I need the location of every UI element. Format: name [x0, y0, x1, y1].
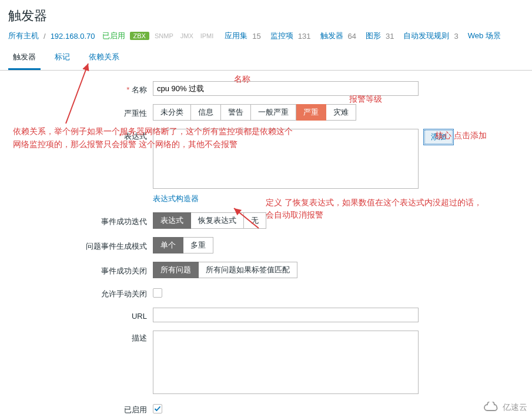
badge-snmp: SNMP — [153, 32, 175, 40]
tab-dependencies[interactable]: 依赖关系 — [84, 46, 124, 70]
ok-close-tagmatch[interactable]: 所有问题如果标签值匹配 — [199, 262, 297, 278]
host-link[interactable]: 192.168.0.70 — [51, 32, 95, 41]
severity-unclassified[interactable]: 未分类 — [153, 104, 191, 121]
tab-bar: 触发器 标记 依赖关系 — [0, 46, 532, 71]
desc-label: 描述 — [8, 331, 153, 343]
nav-triggers-count: 64 — [348, 32, 356, 41]
description-textarea[interactable] — [153, 331, 419, 394]
cloud-icon — [483, 402, 500, 413]
expression-builder-link[interactable]: 表达式构造器 — [153, 194, 199, 204]
manual-close-label: 允许手动关闭 — [8, 286, 153, 299]
nav-web[interactable]: Web 场景 — [468, 31, 501, 41]
gen-mode-group: 单个 多重 — [153, 237, 213, 253]
manual-close-checkbox[interactable] — [153, 288, 162, 298]
watermark-text: 亿速云 — [503, 402, 527, 413]
expression-label: 表达式 — [8, 129, 153, 142]
add-button[interactable]: 添加 — [423, 129, 454, 145]
tab-trigger[interactable]: 触发器 — [8, 46, 41, 70]
ok-close-all[interactable]: 所有问题 — [153, 262, 199, 278]
gen-mode-single[interactable]: 单个 — [153, 237, 183, 253]
nav-triggers[interactable]: 触发器 — [320, 31, 343, 41]
ok-iteration-group: 表达式 恢复表达式 无 — [153, 212, 266, 229]
severity-disaster[interactable]: 灾难 — [326, 104, 356, 121]
severity-average[interactable]: 一般严重 — [251, 104, 296, 121]
severity-info[interactable]: 信息 — [191, 104, 221, 121]
ok-close-label: 事件成功关闭 — [8, 263, 153, 276]
severity-high[interactable]: 严重 — [296, 104, 326, 121]
url-input[interactable] — [153, 308, 419, 322]
enabled-label: 已启用 — [8, 402, 153, 415]
check-icon — [154, 405, 161, 412]
ok-iteration-label: 事件成功迭代 — [8, 214, 153, 227]
severity-label: 严重性 — [8, 106, 153, 119]
name-input[interactable] — [153, 81, 419, 96]
breadcrumb-bar: 所有主机 / 192.168.0.70 已启用 ZBX SNMP JMX IPM… — [0, 31, 532, 46]
badge-zbx: ZBX — [130, 32, 149, 40]
spacer — [8, 192, 153, 195]
nav-graphs[interactable]: 图形 — [366, 31, 381, 41]
tab-tags[interactable]: 标记 — [50, 46, 75, 70]
gen-mode-multiple[interactable]: 多重 — [183, 237, 213, 253]
badge-ipmi: IPMI — [199, 32, 216, 40]
form-area: 名称 严重性 未分类 信息 警告 一般严重 严重 灾难 表达式 添加 表达式构造… — [0, 71, 532, 417]
nav-apps[interactable]: 应用集 — [225, 31, 247, 41]
severity-warning[interactable]: 警告 — [221, 104, 251, 121]
nav-discovery[interactable]: 自动发现规则 — [403, 31, 449, 41]
status-enabled: 已启用 — [102, 31, 125, 41]
name-label: 名称 — [8, 82, 153, 95]
nav-items-count: 131 — [298, 32, 311, 41]
ok-iter-expression[interactable]: 表达式 — [153, 212, 191, 229]
gen-mode-label: 问题事件生成模式 — [8, 239, 153, 252]
nav-items[interactable]: 监控项 — [270, 31, 293, 41]
nav-discovery-count: 3 — [454, 32, 458, 41]
page-title: 触发器 — [0, 0, 532, 31]
nav-apps-count: 15 — [252, 32, 260, 41]
ok-close-group: 所有问题 所有问题如果标签值匹配 — [153, 262, 297, 278]
slash: / — [44, 32, 46, 41]
ok-iter-none[interactable]: 无 — [244, 212, 266, 229]
url-label: URL — [8, 309, 153, 321]
expression-textarea[interactable] — [153, 129, 419, 189]
severity-group: 未分类 信息 警告 一般严重 严重 灾难 — [153, 104, 356, 121]
badge-jmx: JMX — [179, 32, 195, 40]
watermark: 亿速云 — [483, 402, 527, 413]
all-hosts-link[interactable]: 所有主机 — [8, 31, 39, 41]
ok-iter-recovery[interactable]: 恢复表达式 — [191, 212, 244, 229]
enabled-checkbox[interactable] — [153, 404, 162, 413]
nav-graphs-count: 31 — [386, 32, 394, 41]
